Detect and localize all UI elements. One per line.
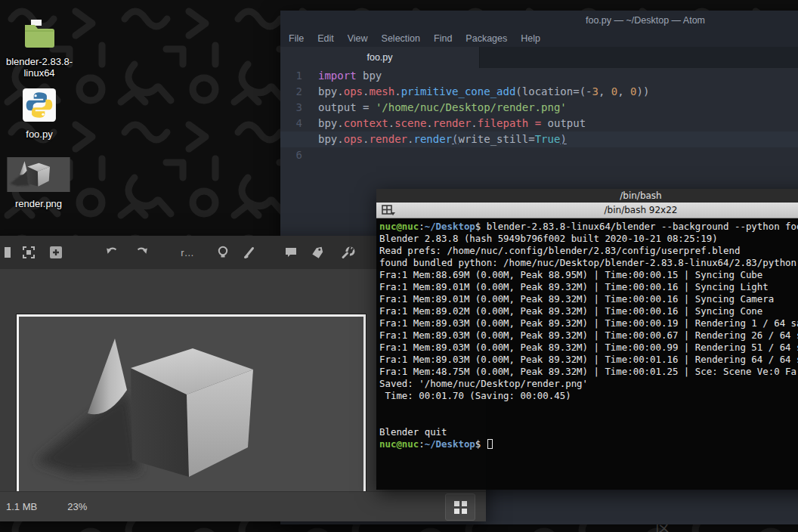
menu-file[interactable]: File	[282, 32, 311, 45]
terminal-line: Fra:1 Mem:89.03M (0.00M, Peak 89.32M) | …	[379, 342, 798, 354]
menu-packages[interactable]: Packages	[459, 32, 514, 45]
paint-icon[interactable]	[242, 245, 257, 260]
terminal-line: Fra:1 Mem:88.69M (0.00M, Peak 88.95M) | …	[379, 269, 798, 281]
line-number: 1	[280, 68, 302, 84]
desktop-icon-label: blender-2.83.8-linux64	[6, 56, 73, 79]
terminal-cursor	[487, 439, 493, 449]
desktop-icon-label: render.png	[15, 198, 62, 209]
python-file-icon	[22, 88, 57, 125]
desktop-icon-foo-py[interactable]: foo.py	[3, 88, 76, 140]
terminal-line: nuc@nuc:~/Desktop$	[379, 438, 798, 450]
render-thumbnail-icon	[7, 157, 70, 195]
terminal-size-label: /bin/bash 92x22	[605, 205, 678, 215]
terminal-toolbar: /bin/bash 92x22	[376, 203, 798, 218]
terminal-line	[379, 402, 798, 414]
terminal-window: /bin/bash /bin/bash 92x22 nuc@nuc:~/Desk…	[376, 189, 798, 490]
terminal-line: Read prefs: /home/nuc/.config/blender/2.…	[379, 245, 798, 257]
menu-edit[interactable]: Edit	[311, 32, 341, 45]
terminal-line: Fra:1 Mem:48.75M (0.00M, Peak 89.32M) | …	[379, 366, 798, 378]
viewer-statusbar: 1.1 MB 23%	[0, 491, 486, 521]
code-line: bpy.ops.mesh.primitive_cone_add(location…	[318, 84, 798, 100]
adjust-colors-icon[interactable]	[215, 245, 230, 260]
terminal-menu-icon[interactable]	[382, 205, 397, 219]
atom-titlebar[interactable]: foo.py — ~/Desktop — Atom	[280, 11, 798, 30]
comment-icon[interactable]	[283, 245, 298, 260]
tag-icon[interactable]	[310, 245, 325, 260]
line-number: 6	[280, 147, 302, 163]
tab-foo-py[interactable]: foo.py	[280, 47, 480, 68]
terminal-line: found bundled python: /home/nuc/Desktop/…	[379, 257, 798, 269]
terminal-content[interactable]: nuc@nuc:~/Desktop$ blender-2.83.8-linux6…	[376, 218, 798, 490]
terminal-window-title: /bin/bash	[620, 190, 661, 201]
code-line	[318, 147, 798, 163]
atom-menubar: FileEditViewSelectionFindPackagesHelp	[280, 30, 798, 47]
terminal-line: Time: 00:01.70 (Saving: 00:00.45)	[379, 390, 798, 402]
desktop-icon-label: foo.py	[26, 128, 52, 140]
fit-window-icon[interactable]	[21, 245, 36, 260]
browser-icon[interactable]	[0, 245, 11, 260]
line-number: 2	[280, 84, 302, 100]
desktop: @稀土掘金技术社区 blender-2.83.8-linux64 foo.py …	[0, 0, 798, 532]
menu-view[interactable]: View	[341, 32, 375, 45]
terminal-line: Blender quit	[379, 426, 798, 438]
terminal-line: Fra:1 Mem:89.03M (0.00M, Peak 89.32M) | …	[379, 329, 798, 342]
terminal-line: Fra:1 Mem:89.03M (0.00M, Peak 89.32M) | …	[379, 354, 798, 366]
undo-icon[interactable]	[104, 245, 119, 260]
terminal-line: nuc@nuc:~/Desktop$ blender-2.83.8-linux6…	[379, 221, 798, 233]
code-line: bpy.context.scene.render.filepath = outp…	[318, 116, 798, 131]
terminal-line	[379, 414, 798, 426]
line-number: 3	[280, 100, 302, 116]
terminal-line: Blender 2.83.8 (hash 5949b796f002 built …	[379, 233, 798, 245]
zoom-level-label: 23%	[67, 501, 87, 512]
terminal-line: Fra:1 Mem:89.01M (0.00M, Peak 89.32M) | …	[379, 293, 798, 305]
terminal-line: Fra:1 Mem:89.01M (0.00M, Peak 89.32M) | …	[379, 281, 798, 293]
desktop-icon-render-png[interactable]: render.png	[2, 157, 75, 209]
code-line: output = '/home/nuc/Desktop/render.png'	[318, 100, 798, 116]
atom-window-title: foo.py — ~/Desktop — Atom	[586, 15, 705, 26]
line-number: 4	[280, 116, 302, 131]
atom-tabbar: foo.py	[280, 47, 798, 68]
render-image	[17, 314, 366, 509]
thumbnail-pane-button[interactable]	[445, 493, 475, 521]
terminal-titlebar[interactable]: /bin/bash	[376, 189, 798, 203]
menu-find[interactable]: Find	[427, 32, 459, 45]
terminal-line: Fra:1 Mem:89.02M (0.00M, Peak 89.32M) | …	[379, 305, 798, 317]
crop-icon[interactable]: r…	[180, 245, 195, 260]
folder-icon	[21, 18, 57, 53]
desktop-icon-blender-folder[interactable]: blender-2.83.8-linux64	[3, 18, 76, 79]
file-size-label: 1.1 MB	[6, 501, 37, 512]
tools-icon[interactable]	[340, 245, 355, 260]
zoom-in-icon[interactable]	[48, 245, 63, 260]
menu-help[interactable]: Help	[514, 32, 547, 45]
terminal-line: Fra:1 Mem:89.03M (0.00M, Peak 89.32M) | …	[379, 317, 798, 329]
grid-icon	[454, 501, 467, 514]
code-line: import bpy	[318, 68, 798, 84]
terminal-line: Saved: '/home/nuc/Desktop/render.png'	[379, 378, 798, 390]
code-line: bpy.ops.render.render(write_still=True)	[318, 131, 798, 147]
tab-label: foo.py	[367, 52, 392, 63]
redo-icon[interactable]	[135, 245, 150, 260]
menu-selection[interactable]: Selection	[375, 32, 427, 45]
